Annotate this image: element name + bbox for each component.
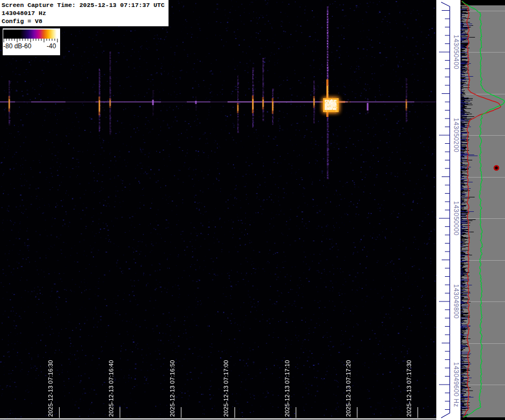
time-tick-label: 2025-12-13 07:16:50 xyxy=(169,360,175,417)
colorbar-label-minus80: -80 dB xyxy=(3,42,22,50)
time-tick-mark xyxy=(235,407,235,418)
time-tick-mark xyxy=(181,407,181,418)
colorbar-scale-labels: -80 dB -60 -40 xyxy=(3,42,60,51)
spectrogram-waterfall xyxy=(0,0,436,420)
time-tick-mark xyxy=(296,407,296,418)
time-tick-label: 2025-12-13 07:16:30 xyxy=(47,360,54,417)
frequency-tick-label: 143050000 xyxy=(452,201,460,236)
time-tick-mark xyxy=(418,407,418,418)
colorbar-label-minus40: -40 xyxy=(47,42,56,50)
spectrum-panel xyxy=(460,0,505,420)
intensity-colorbar: -80 dB -60 -40 xyxy=(3,28,60,55)
time-tick-mark xyxy=(120,407,120,418)
frequency-tick-label: 143049600 Hz xyxy=(452,362,460,407)
frequency-tick-label: 143050400 xyxy=(452,35,460,70)
time-tick-label: 2025-12-13 07:17:30 xyxy=(406,360,412,417)
frequency-tick-label: 143050200 xyxy=(452,118,460,153)
meteor-scatter-monitor-window: Screen Capture Time: 2025-12-13 07:17:37… xyxy=(0,0,505,420)
config-text: Config = V8 xyxy=(2,17,169,25)
frequency-text: 143048017 Hz xyxy=(2,9,169,17)
capture-time-text: Screen Capture Time: 2025-12-13 07:17:37… xyxy=(2,1,169,9)
time-tick-label: 2025-12-13 07:17:20 xyxy=(345,360,352,417)
capture-info-box: Screen Capture Time: 2025-12-13 07:17:37… xyxy=(0,0,169,26)
time-tick-label: 2025-12-13 07:16:40 xyxy=(108,360,114,417)
time-tick-mark xyxy=(357,407,357,418)
colorbar-gradient xyxy=(3,30,60,39)
bottom-border xyxy=(0,418,436,419)
time-tick-label: 2025-12-13 07:17:00 xyxy=(223,360,229,417)
frequency-ruler: 1430504001430502001430500001430498001430… xyxy=(436,0,460,420)
time-tick-mark xyxy=(59,407,60,418)
colorbar-label-minus60: -60 xyxy=(22,42,31,50)
time-tick-label: 2025-12-13 07:17:10 xyxy=(284,360,290,417)
frequency-tick-label: 143049800 xyxy=(452,284,460,319)
